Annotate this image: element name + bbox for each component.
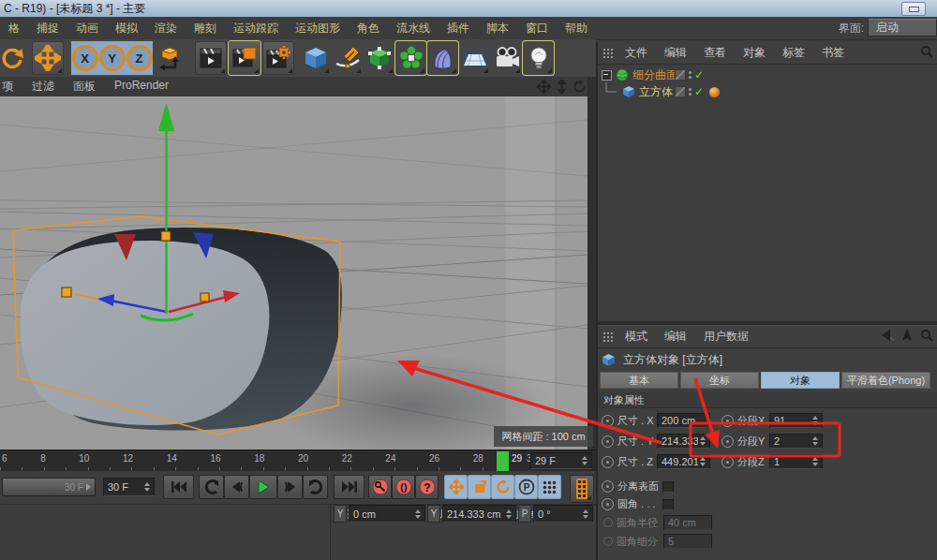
generators-button[interactable]: [364, 41, 394, 75]
keyframe-circle[interactable]: [602, 498, 614, 510]
rotation-field[interactable]: 0 °: [533, 505, 593, 523]
move-tool-button[interactable]: [32, 41, 64, 75]
layer-toggle-icon[interactable]: [675, 86, 686, 97]
keyframe-selection-button[interactable]: ?: [415, 475, 439, 499]
visibility-dots-icon[interactable]: [689, 88, 692, 96]
key-pla-button[interactable]: [538, 475, 561, 499]
tab-basic[interactable]: 基本: [600, 372, 678, 389]
seg-z-field[interactable]: 1: [769, 454, 823, 469]
menu-item[interactable]: 帮助: [557, 21, 596, 37]
key-rotation-button[interactable]: [491, 475, 514, 499]
key-position-button[interactable]: [444, 475, 468, 499]
coordinate-system-button[interactable]: [155, 41, 186, 75]
auto-key-button[interactable]: (): [392, 475, 415, 499]
om-menu-item[interactable]: 标签: [774, 45, 813, 61]
keyframe-circle[interactable]: [721, 415, 734, 427]
rotate-icon[interactable]: [572, 79, 587, 94]
object-name[interactable]: 立方体: [639, 84, 673, 100]
pan-icon[interactable]: [536, 79, 551, 94]
record-key-button[interactable]: [368, 475, 392, 499]
om-menu-item[interactable]: 书签: [813, 45, 853, 61]
playhead[interactable]: [497, 451, 509, 471]
menu-item[interactable]: 雕刻: [186, 21, 225, 37]
menu-item[interactable]: 运动图形: [287, 21, 349, 37]
lock-x-axis-button[interactable]: X: [71, 41, 98, 75]
tab-object[interactable]: 对象: [761, 372, 840, 389]
keyframe-circle[interactable]: [602, 415, 614, 427]
cursor-arrow-icon[interactable]: [901, 329, 913, 342]
menu-item[interactable]: 角色: [349, 21, 388, 37]
om-menu-item[interactable]: 查看: [695, 45, 735, 61]
timeline-window-button[interactable]: [570, 475, 594, 503]
menu-item[interactable]: 脚本: [478, 21, 517, 37]
loop-forward-button[interactable]: [303, 475, 328, 499]
key-parameter-button[interactable]: P: [514, 475, 538, 499]
om-menu-item[interactable]: 文件: [617, 45, 656, 61]
go-to-start-button[interactable]: [163, 475, 194, 499]
viewport-menu-item[interactable]: 过滤: [22, 79, 64, 95]
object-row-cube[interactable]: 立方体 ✓: [598, 83, 937, 100]
om-menu-item[interactable]: 对象: [735, 45, 774, 61]
object-name[interactable]: 细分曲面: [632, 67, 677, 83]
seg-x-field[interactable]: 91: [769, 413, 823, 428]
viewport-menu-item[interactable]: 面板: [64, 79, 105, 95]
panel-splitter[interactable]: [587, 77, 596, 449]
layer-toggle-icon[interactable]: [675, 69, 686, 81]
render-view-button[interactable]: [195, 41, 227, 75]
lock-y-axis-button[interactable]: Y: [98, 41, 126, 75]
light-button[interactable]: [523, 41, 554, 75]
separate-surfaces-checkbox[interactable]: [662, 481, 674, 493]
position-field[interactable]: 0 cm: [349, 505, 425, 523]
tab-phong[interactable]: 平滑着色(Phong): [841, 372, 930, 389]
floor-button[interactable]: [459, 41, 490, 75]
viewport-3d[interactable]: [0, 96, 587, 449]
menu-item[interactable]: 窗口: [517, 21, 557, 37]
render-to-picture-viewer-button[interactable]: [229, 41, 260, 75]
next-frame-button[interactable]: [277, 475, 303, 499]
loop-back-button[interactable]: [199, 475, 224, 499]
am-menu-item[interactable]: 编辑: [656, 329, 695, 345]
history-back-icon[interactable]: [879, 329, 894, 342]
am-menu-item[interactable]: 模式: [617, 329, 656, 345]
seg-y-field[interactable]: 2: [769, 434, 823, 449]
window-restore-button[interactable]: [901, 2, 926, 16]
lock-z-axis-button[interactable]: Z: [126, 41, 153, 75]
search-icon[interactable]: [920, 329, 933, 342]
interface-dropdown[interactable]: 启动: [868, 19, 937, 37]
frame-range-slider[interactable]: 30 F: [2, 478, 96, 496]
menu-item[interactable]: 捕捉: [28, 21, 67, 37]
go-to-end-button[interactable]: [334, 475, 364, 499]
size-y-field[interactable]: 214.333 c: [657, 434, 710, 449]
keyframe-circle[interactable]: [721, 435, 734, 448]
max-frame-field[interactable]: 30 F: [103, 478, 155, 496]
size-x-field[interactable]: 200 cm: [657, 413, 710, 428]
keyframe-circle[interactable]: [602, 456, 614, 468]
keyframe-circle[interactable]: [602, 480, 614, 493]
enabled-check-icon[interactable]: ✓: [694, 86, 704, 97]
subdivision-surface-button[interactable]: [427, 41, 458, 75]
panel-grip-icon[interactable]: [602, 48, 615, 59]
panel-grip-icon[interactable]: [602, 332, 615, 343]
search-icon[interactable]: [920, 45, 933, 58]
mograph-button[interactable]: [395, 41, 426, 75]
viewport-menu-item[interactable]: ProRender: [105, 79, 178, 95]
menu-item[interactable]: 运动跟踪: [225, 21, 287, 37]
menu-item[interactable]: 格: [0, 21, 28, 37]
current-frame-field[interactable]: 29 F: [530, 452, 592, 469]
visibility-dots-icon[interactable]: [689, 71, 692, 79]
add-cube-button[interactable]: [300, 41, 331, 75]
subdivided-cube-object[interactable]: [21, 228, 342, 430]
expander-icon[interactable]: [602, 70, 612, 81]
keyframe-circle[interactable]: [602, 435, 614, 448]
menu-item[interactable]: 插件: [439, 21, 478, 37]
size-z-field[interactable]: 449.201 c: [657, 454, 710, 469]
previous-frame-button[interactable]: [224, 475, 249, 499]
camera-button[interactable]: [491, 41, 522, 75]
phong-tag-icon[interactable]: [709, 87, 720, 97]
menu-item[interactable]: 渲染: [146, 21, 186, 37]
om-menu-item[interactable]: 编辑: [656, 45, 695, 61]
size-field[interactable]: 214.333 cm: [442, 505, 516, 523]
undo-button[interactable]: [0, 41, 28, 75]
fillet-checkbox[interactable]: [662, 499, 674, 510]
menu-item[interactable]: 流水线: [388, 21, 439, 37]
